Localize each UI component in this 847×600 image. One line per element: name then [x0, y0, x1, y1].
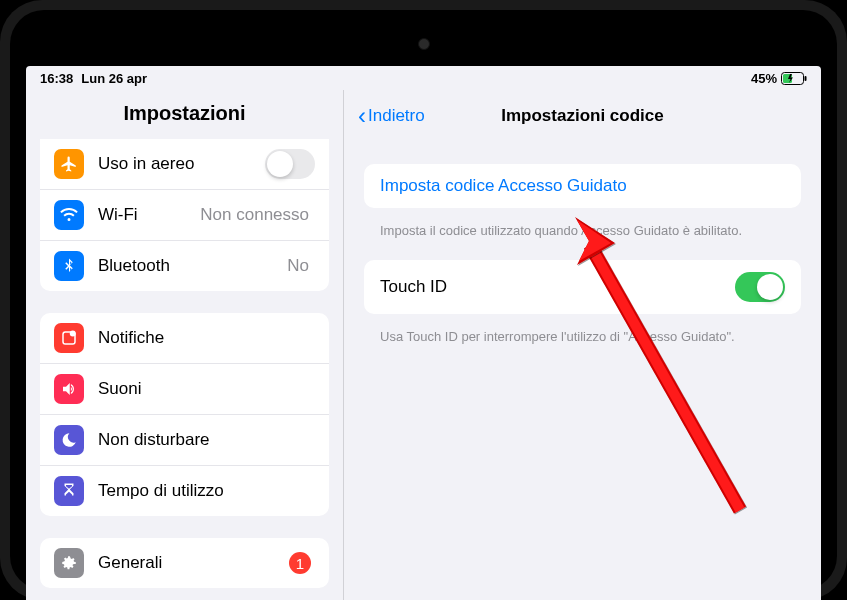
- detail-header: ‹ Indietro Impostazioni codice: [344, 90, 821, 144]
- wifi-icon: [54, 200, 84, 230]
- passcode-footer: Imposta il codice utilizzato quando Acce…: [364, 216, 801, 260]
- row-label: Suoni: [98, 379, 315, 399]
- svg-point-4: [70, 331, 76, 337]
- row-label: Uso in aereo: [98, 154, 265, 174]
- device-frame: 16:38 Lun 26 apr 45% Impostazioni: [0, 0, 847, 600]
- badge: 1: [289, 552, 311, 574]
- row-detail: No: [287, 256, 309, 276]
- status-battery-pct: 45%: [751, 71, 777, 86]
- row-label: Tempo di utilizzo: [98, 481, 315, 501]
- sidebar-item-airplane[interactable]: Uso in aereo: [40, 139, 329, 190]
- row-label: Non disturbare: [98, 430, 315, 450]
- row-label: Wi-Fi: [98, 205, 200, 225]
- chevron-left-icon: ‹: [358, 102, 366, 130]
- gear-icon: [54, 548, 84, 578]
- sidebar-item-general[interactable]: Generali 1: [40, 538, 329, 588]
- detail-body: Imposta codice Accesso Guidato Imposta i…: [344, 144, 821, 365]
- sidebar-item-wifi[interactable]: Wi-Fi Non connesso: [40, 190, 329, 241]
- touch-id-toggle[interactable]: [735, 272, 785, 302]
- front-camera: [418, 38, 430, 50]
- device-bezel: 16:38 Lun 26 apr 45% Impostazioni: [10, 10, 837, 590]
- sidebar-item-screentime[interactable]: Tempo di utilizzo: [40, 466, 329, 516]
- alerts-group: Notifiche Suoni Non distur: [40, 313, 329, 516]
- status-date: Lun 26 apr: [81, 71, 147, 86]
- touch-id-label: Touch ID: [380, 277, 447, 297]
- notifications-icon: [54, 323, 84, 353]
- detail-pane[interactable]: ‹ Indietro Impostazioni codice Imposta c…: [344, 90, 821, 600]
- sidebar-item-sounds[interactable]: Suoni: [40, 364, 329, 415]
- sidebar-item-dnd[interactable]: Non disturbare: [40, 415, 329, 466]
- sidebar-title: Impostazioni: [26, 90, 343, 139]
- back-label: Indietro: [368, 106, 425, 126]
- battery-icon: [781, 72, 807, 85]
- connectivity-group: Uso in aereo Wi-Fi Non connesso: [40, 139, 329, 291]
- sidebar-item-bluetooth[interactable]: Bluetooth No: [40, 241, 329, 291]
- set-passcode-row[interactable]: Imposta codice Accesso Guidato: [364, 164, 801, 208]
- row-detail: Non connesso: [200, 205, 309, 225]
- moon-icon: [54, 425, 84, 455]
- row-label: Bluetooth: [98, 256, 287, 276]
- row-label: Generali: [98, 553, 289, 573]
- status-bar: 16:38 Lun 26 apr 45%: [26, 66, 821, 90]
- set-passcode-link[interactable]: Imposta codice Accesso Guidato: [380, 176, 627, 196]
- sounds-icon: [54, 374, 84, 404]
- back-button[interactable]: ‹ Indietro: [358, 102, 425, 130]
- split-view: Impostazioni Uso in aereo: [26, 90, 821, 600]
- general-group: Generali 1: [40, 538, 329, 588]
- sidebar-item-notifications[interactable]: Notifiche: [40, 313, 329, 364]
- screen: 16:38 Lun 26 apr 45% Impostazioni: [26, 66, 821, 600]
- airplane-icon: [54, 149, 84, 179]
- hourglass-icon: [54, 476, 84, 506]
- touch-id-row[interactable]: Touch ID: [364, 260, 801, 314]
- touchid-group: Touch ID: [364, 260, 801, 314]
- settings-sidebar[interactable]: Impostazioni Uso in aereo: [26, 90, 344, 600]
- touchid-footer: Usa Touch ID per interrompere l'utilizzo…: [364, 322, 801, 366]
- airplane-toggle[interactable]: [265, 149, 315, 179]
- row-label: Notifiche: [98, 328, 315, 348]
- passcode-group: Imposta codice Accesso Guidato: [364, 164, 801, 208]
- detail-title: Impostazioni codice: [501, 106, 663, 126]
- bluetooth-icon: [54, 251, 84, 281]
- status-time: 16:38: [40, 71, 73, 86]
- svg-rect-2: [805, 76, 807, 81]
